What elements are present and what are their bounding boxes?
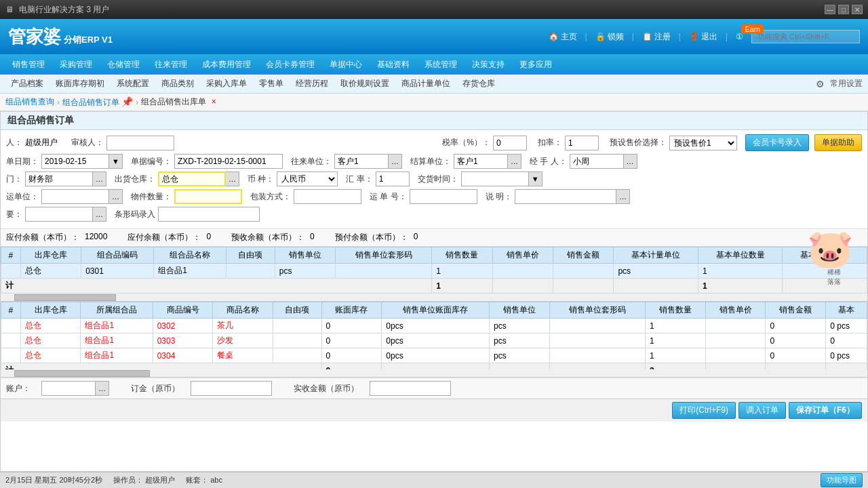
shipping-input[interactable]: [41, 189, 109, 204]
parts-input[interactable]: [174, 189, 242, 204]
trade-time-input[interactable]: [461, 171, 529, 186]
nav-warehouse[interactable]: 仓储管理: [100, 56, 146, 73]
settlement-input[interactable]: [454, 154, 508, 169]
b-col-unit: 销售单位: [489, 302, 549, 319]
handler-btn[interactable]: …: [624, 154, 637, 169]
received-input[interactable]: [370, 381, 451, 396]
home-link[interactable]: 🏠 主页: [549, 31, 577, 43]
to-unit-input[interactable]: [334, 154, 389, 169]
account-input[interactable]: [41, 381, 96, 396]
nav-system[interactable]: 系统管理: [418, 56, 464, 73]
mascot-text: 稀稀落落: [807, 268, 861, 287]
breadcrumb-item-2[interactable]: 组合品销售订单 📌: [62, 96, 133, 108]
subnav-unit[interactable]: 商品计量单位: [396, 76, 456, 92]
scroll-thumb-2[interactable]: [14, 370, 150, 377]
bottom-table-row[interactable]: 总仓 组合品1 0302 茶几 0 0pcs pcs 1 0 0 pcs: [1, 319, 867, 333]
table-row[interactable]: 总仓 0301 组合品1 pcs 1 pcs 1: [1, 264, 867, 279]
top-table-scrollbar[interactable]: [1, 293, 867, 302]
nav-basic[interactable]: 基础资料: [370, 56, 416, 73]
ship-no-input[interactable]: [410, 189, 477, 204]
shipping-btn[interactable]: …: [109, 189, 123, 204]
account-btn[interactable]: …: [96, 381, 109, 396]
settlement-btn[interactable]: …: [508, 154, 521, 169]
assist-btn[interactable]: 单据助助: [814, 134, 862, 151]
pack-input[interactable]: [294, 189, 361, 204]
nav-voucher[interactable]: 单据中心: [323, 56, 369, 73]
order-input[interactable]: [191, 381, 272, 396]
lock-link[interactable]: 🔒 锁频: [595, 31, 624, 43]
settings-icon[interactable]: ⚙: [816, 79, 825, 89]
to-unit-container: …: [334, 154, 402, 169]
to-unit-btn[interactable]: …: [389, 154, 402, 169]
number-input[interactable]: [174, 154, 283, 169]
receivable-value: 0: [206, 232, 211, 243]
scroll-thumb[interactable]: [14, 294, 116, 301]
nav-sales[interactable]: 销售管理: [5, 56, 52, 73]
nav-transactions[interactable]: 往来管理: [148, 56, 194, 73]
exit-link[interactable]: 🚪 退出: [689, 31, 717, 43]
bottom-table-row[interactable]: 总仓 组合品1 0303 沙发 0 0pcs pcs 1 0 0: [1, 333, 867, 348]
bottom-table-scrollbar[interactable]: [1, 369, 867, 378]
subnav-history[interactable]: 经营历程: [290, 76, 334, 92]
subnav-stock[interactable]: 存货仓库: [457, 76, 500, 92]
subnav-purchase-in[interactable]: 采购入库单: [201, 76, 252, 92]
date-input[interactable]: [41, 154, 109, 169]
search-input[interactable]: [751, 30, 860, 43]
member-card-btn[interactable]: 会员卡号录入: [745, 134, 809, 151]
status-bar: 2月15日 星期五 20时45分2秒 操作员： 超级用户 账套： abc 功能导…: [0, 472, 868, 488]
note-container: …: [515, 189, 630, 204]
b-col-unit-code: 销售单位套形码: [549, 302, 645, 319]
dept-btn[interactable]: …: [93, 171, 106, 186]
title-bar-left: 🖥 电脑行业解决方案 3 用户: [5, 4, 109, 16]
warehouse-input[interactable]: [158, 171, 226, 186]
nav-member[interactable]: 会员卡券管理: [259, 56, 321, 73]
subnav-retail[interactable]: 零售单: [254, 76, 289, 92]
handler-input[interactable]: [570, 154, 624, 169]
function-map-btn[interactable]: 功能导图: [821, 473, 863, 487]
date-picker-btn[interactable]: ▼: [109, 154, 123, 169]
print-btn[interactable]: 打印(Ctrl+F9): [672, 402, 736, 419]
settlement-label: 结算单位：: [410, 156, 451, 167]
discount-input[interactable]: [565, 136, 599, 150]
parts-label: 物件数量：: [131, 191, 172, 203]
subnav-category[interactable]: 商品类别: [156, 76, 199, 92]
register-link[interactable]: 📋 注册: [642, 31, 671, 43]
mascot-image: 🐷: [807, 230, 861, 268]
exchange-input[interactable]: [376, 171, 410, 186]
title-bar-right: — □ ✕: [825, 5, 863, 14]
trade-time-btn[interactable]: ▼: [529, 171, 542, 186]
breadcrumb-item-1[interactable]: 组品销售查询: [5, 96, 54, 108]
close-btn[interactable]: ✕: [852, 5, 863, 14]
nav-cost[interactable]: 成本费用管理: [195, 56, 258, 73]
bottom-table-row[interactable]: 总仓 组合品1 0304 餐桌 0 0pcs pcs 1 0 0 pcs: [1, 348, 867, 363]
require-btn[interactable]: …: [93, 207, 106, 222]
minimize-btn[interactable]: —: [825, 5, 835, 14]
breadcrumb-close-icon[interactable]: ×: [212, 97, 216, 106]
nav-more[interactable]: 更多应用: [513, 56, 559, 73]
import-btn[interactable]: 调入订单: [738, 402, 786, 419]
top-table-total: 计 1 1: [1, 279, 867, 293]
currency-select[interactable]: 人民币: [277, 171, 338, 186]
subnav-account[interactable]: 账面库存期初: [50, 76, 110, 92]
nav-decision[interactable]: 决策支持: [465, 56, 511, 73]
payable-value: 12000: [85, 232, 107, 243]
audit-input[interactable]: [106, 136, 174, 150]
require-input[interactable]: [25, 207, 93, 222]
dept-input[interactable]: [25, 171, 93, 186]
nav-purchase[interactable]: 采购管理: [53, 56, 99, 73]
note-btn[interactable]: …: [616, 189, 630, 204]
note-input[interactable]: [515, 189, 616, 204]
barcode-input[interactable]: [158, 207, 260, 222]
subnav-config[interactable]: 系统配置: [111, 76, 155, 92]
subnav-product[interactable]: 产品档案: [5, 76, 49, 92]
cell-unit-code: [336, 264, 432, 279]
subnav-pricing[interactable]: 取价规则设置: [335, 76, 395, 92]
settings-label[interactable]: 常用设置: [830, 78, 863, 89]
maximize-btn[interactable]: □: [838, 5, 849, 14]
save-btn[interactable]: 保存订单（F6）: [789, 402, 862, 419]
cell-amount: [553, 264, 614, 279]
price-select[interactable]: 预设售价1: [669, 136, 737, 150]
tax-rate-input[interactable]: [493, 136, 527, 150]
warehouse-btn[interactable]: …: [226, 171, 239, 186]
window-icon: 🖥: [5, 5, 14, 14]
